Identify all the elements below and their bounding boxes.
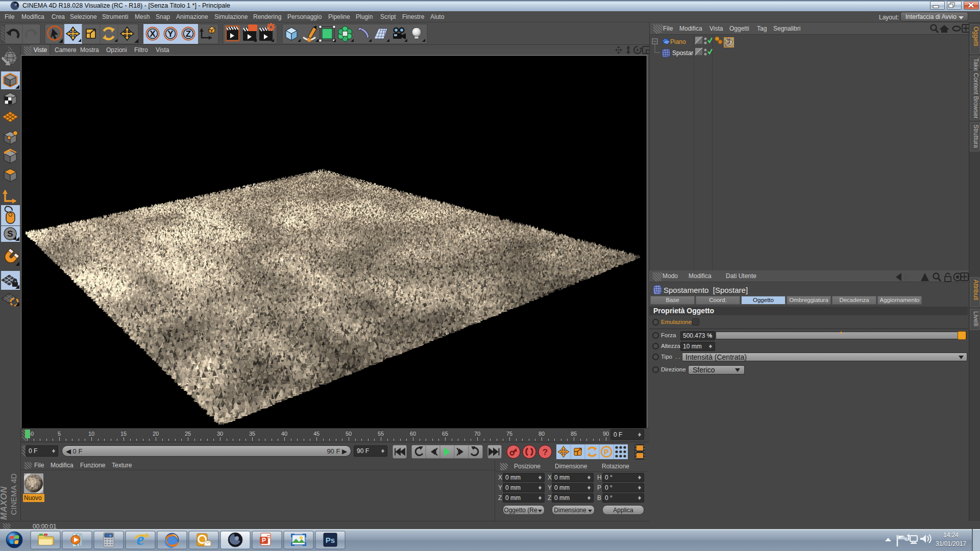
svg-text:X: X <box>150 29 156 39</box>
svg-text:e: e <box>136 530 144 548</box>
svg-text:Y: Y <box>167 29 174 39</box>
svg-text:P: P <box>604 448 608 456</box>
svg-text:S: S <box>7 229 13 239</box>
svg-text:0: 0 <box>109 534 111 538</box>
svg-text:Ps: Ps <box>326 536 335 544</box>
svg-text:?: ? <box>543 447 548 457</box>
svg-text:P: P <box>262 537 266 544</box>
svg-text:Z: Z <box>186 29 191 39</box>
